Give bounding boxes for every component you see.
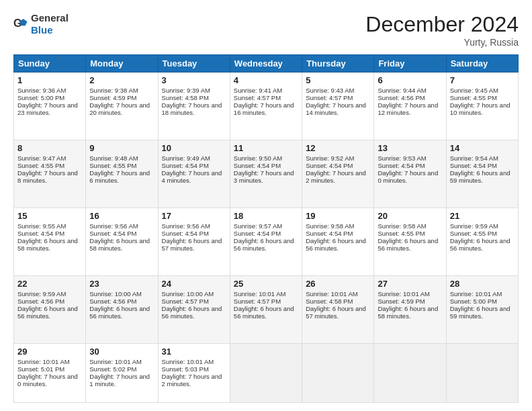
day-number: 29 <box>17 347 82 357</box>
sunrise-text: Sunrise: 9:41 AM <box>234 87 282 94</box>
sunrise-text: Sunrise: 9:47 AM <box>17 154 66 162</box>
sunset-text: Sunset: 4:57 PM <box>234 298 281 305</box>
sunset-text: Sunset: 5:02 PM <box>89 365 136 373</box>
day-number: 10 <box>162 143 226 153</box>
daylight-text: Daylight: 7 hours and 16 minutes. <box>234 101 294 116</box>
sunrise-text: Sunrise: 9:53 AM <box>378 154 426 162</box>
sunrise-text: Sunrise: 10:01 AM <box>162 358 214 365</box>
daylight-text: Daylight: 6 hours and 56 minutes. <box>234 237 294 252</box>
sunrise-text: Sunrise: 9:56 AM <box>162 222 210 230</box>
day-number: 30 <box>89 347 154 357</box>
daylight-text: Daylight: 6 hours and 56 minutes. <box>378 237 438 252</box>
daylight-text: Daylight: 7 hours and 10 minutes. <box>450 101 511 116</box>
sunset-text: Sunset: 4:56 PM <box>17 298 64 305</box>
calendar-cell: 6 Sunrise: 9:44 AM Sunset: 4:56 PM Dayli… <box>374 73 446 140</box>
day-number: 20 <box>378 211 442 221</box>
calendar-cell: 30 Sunrise: 10:01 AM Sunset: 5:02 PM Day… <box>86 343 158 402</box>
sunset-text: Sunset: 4:57 PM <box>234 94 281 101</box>
calendar-cell <box>374 343 446 402</box>
logo-blue: Blue <box>31 24 53 36</box>
sunset-text: Sunset: 4:54 PM <box>234 230 281 237</box>
calendar-cell: 10 Sunrise: 9:49 AM Sunset: 4:54 PM Dayl… <box>158 140 230 208</box>
calendar-cell: 24 Sunrise: 10:00 AM Sunset: 4:57 PM Day… <box>158 275 230 343</box>
calendar-cell: 9 Sunrise: 9:48 AM Sunset: 4:55 PM Dayli… <box>86 140 158 208</box>
sunrise-text: Sunrise: 9:59 AM <box>450 222 498 230</box>
calendar-cell: 12 Sunrise: 9:52 AM Sunset: 4:54 PM Dayl… <box>302 140 374 208</box>
calendar-cell: 8 Sunrise: 9:47 AM Sunset: 4:55 PM Dayli… <box>14 140 86 208</box>
day-number: 14 <box>450 143 515 153</box>
sunset-text: Sunset: 4:54 PM <box>162 230 209 237</box>
sunset-text: Sunset: 4:54 PM <box>450 162 497 169</box>
day-number: 16 <box>89 211 154 221</box>
day-number: 5 <box>306 75 370 85</box>
sunset-text: Sunset: 4:54 PM <box>306 162 353 169</box>
calendar-cell: 18 Sunrise: 9:57 AM Sunset: 4:54 PM Dayl… <box>230 208 302 275</box>
daylight-text: Daylight: 7 hours and 3 minutes. <box>234 169 294 184</box>
calendar-cell: 2 Sunrise: 9:38 AM Sunset: 4:59 PM Dayli… <box>86 73 158 140</box>
sunrise-text: Sunrise: 9:54 AM <box>450 154 498 162</box>
header: G General Blue December 2024 Yurty, Russ… <box>13 12 519 48</box>
daylight-text: Daylight: 6 hours and 59 minutes. <box>450 305 511 320</box>
day-number: 1 <box>17 75 82 85</box>
daylight-text: Daylight: 7 hours and 20 minutes. <box>89 101 150 116</box>
daylight-text: Daylight: 6 hours and 56 minutes. <box>306 237 366 252</box>
logo: G General Blue <box>13 12 69 36</box>
sunrise-text: Sunrise: 10:01 AM <box>378 290 430 298</box>
sunrise-text: Sunrise: 9:58 AM <box>378 222 426 230</box>
month-title: December 2024 <box>365 12 519 37</box>
sunrise-text: Sunrise: 9:52 AM <box>306 154 354 162</box>
calendar-cell <box>230 343 302 402</box>
sunrise-text: Sunrise: 9:55 AM <box>17 222 66 230</box>
location: Yurty, Russia <box>365 37 519 48</box>
daylight-text: Daylight: 7 hours and 1 minute. <box>89 373 150 387</box>
calendar-cell: 23 Sunrise: 10:00 AM Sunset: 4:56 PM Day… <box>86 275 158 343</box>
col-sunday: Sunday <box>14 55 86 73</box>
calendar-cell: 17 Sunrise: 9:56 AM Sunset: 4:54 PM Dayl… <box>158 208 230 275</box>
daylight-text: Daylight: 7 hours and 0 minutes. <box>17 373 78 387</box>
sunset-text: Sunset: 4:57 PM <box>162 298 209 305</box>
sunset-text: Sunset: 4:54 PM <box>378 162 425 169</box>
day-number: 28 <box>450 279 515 289</box>
day-number: 18 <box>234 211 298 221</box>
day-number: 3 <box>162 75 226 85</box>
day-number: 13 <box>378 143 442 153</box>
sunrise-text: Sunrise: 10:01 AM <box>234 290 286 298</box>
col-monday: Monday <box>86 55 158 73</box>
day-number: 17 <box>162 211 226 221</box>
sunrise-text: Sunrise: 9:56 AM <box>89 222 138 230</box>
col-saturday: Saturday <box>446 55 518 73</box>
calendar-cell: 1 Sunrise: 9:36 AM Sunset: 5:00 PM Dayli… <box>14 73 86 140</box>
daylight-text: Daylight: 7 hours and 4 minutes. <box>162 169 222 184</box>
day-number: 15 <box>17 211 82 221</box>
daylight-text: Daylight: 6 hours and 58 minutes. <box>17 237 78 252</box>
calendar-cell: 14 Sunrise: 9:54 AM Sunset: 4:54 PM Dayl… <box>446 140 518 208</box>
day-number: 24 <box>162 279 226 289</box>
col-thursday: Thursday <box>302 55 374 73</box>
calendar-header-row: Sunday Monday Tuesday Wednesday Thursday… <box>14 55 519 73</box>
day-number: 2 <box>89 75 154 85</box>
sunrise-text: Sunrise: 9:49 AM <box>162 154 210 162</box>
daylight-text: Daylight: 6 hours and 59 minutes. <box>450 169 511 184</box>
calendar-cell: 5 Sunrise: 9:43 AM Sunset: 4:57 PM Dayli… <box>302 73 374 140</box>
day-number: 21 <box>450 211 515 221</box>
sunrise-text: Sunrise: 10:01 AM <box>89 358 142 365</box>
daylight-text: Daylight: 7 hours and 2 minutes. <box>162 373 222 387</box>
sunset-text: Sunset: 4:55 PM <box>450 230 497 237</box>
calendar-cell: 3 Sunrise: 9:39 AM Sunset: 4:58 PM Dayli… <box>158 73 230 140</box>
sunrise-text: Sunrise: 9:36 AM <box>17 87 66 94</box>
daylight-text: Daylight: 6 hours and 57 minutes. <box>306 305 366 320</box>
daylight-text: Daylight: 6 hours and 56 minutes. <box>162 305 222 320</box>
sunset-text: Sunset: 4:54 PM <box>17 230 64 237</box>
daylight-text: Daylight: 6 hours and 58 minutes. <box>378 305 438 320</box>
sunset-text: Sunset: 4:59 PM <box>89 94 136 101</box>
title-block: December 2024 Yurty, Russia <box>365 12 519 48</box>
daylight-text: Daylight: 6 hours and 56 minutes. <box>450 237 511 252</box>
sunrise-text: Sunrise: 10:01 AM <box>306 290 358 298</box>
calendar-week-row: 1 Sunrise: 9:36 AM Sunset: 5:00 PM Dayli… <box>14 73 519 140</box>
daylight-text: Daylight: 6 hours and 56 minutes. <box>89 305 150 320</box>
sunset-text: Sunset: 4:54 PM <box>89 230 136 237</box>
sunset-text: Sunset: 4:55 PM <box>17 162 64 169</box>
daylight-text: Daylight: 6 hours and 56 minutes. <box>234 305 294 320</box>
calendar-cell: 20 Sunrise: 9:58 AM Sunset: 4:55 PM Dayl… <box>374 208 446 275</box>
sunset-text: Sunset: 4:54 PM <box>234 162 281 169</box>
